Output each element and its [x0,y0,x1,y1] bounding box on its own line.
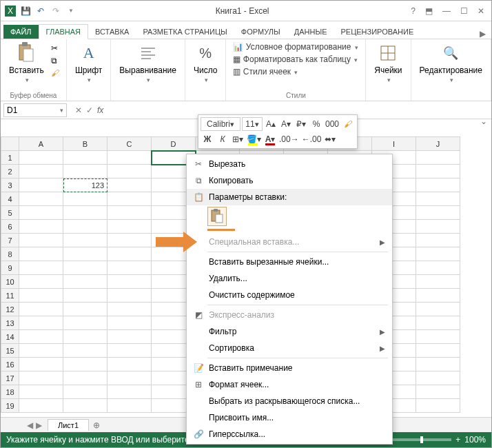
cell-A3[interactable] [19,179,63,192]
font-color-icon[interactable]: A▾ [263,132,277,146]
ctx-cut[interactable]: ✂ Вырезать [187,156,392,172]
name-box[interactable]: D1 ▾ [3,103,67,117]
cell-C10[interactable] [107,275,152,289]
merge-icon[interactable]: ⬌▾ [323,132,337,146]
tab-layout[interactable]: РАЗМЕТКА СТРАНИЦЫ [136,25,234,39]
cell-J6[interactable] [416,220,460,234]
cell-C8[interactable] [107,247,152,261]
number-button[interactable]: % Число ▾ [189,41,222,85]
decrease-font-icon[interactable]: A▾ [279,117,293,131]
bold-icon[interactable]: Ж [201,132,214,146]
cell-B6[interactable] [63,220,107,234]
cell-A12[interactable] [19,303,63,316]
cell-A18[interactable] [19,385,63,399]
paste-default-button[interactable] [207,207,227,226]
chevron-down-icon[interactable]: ▾ [59,107,63,114]
row-header-1[interactable]: 1 [1,151,19,165]
format-painter-icon[interactable]: 🖌 [341,117,355,131]
align-button[interactable]: Выравнивание ▾ [115,41,181,85]
paste-button[interactable]: Вставить ▾ [5,41,48,85]
format-painter-icon[interactable]: 🖌 [51,68,59,78]
cell-A2[interactable] [19,165,63,179]
cell-A11[interactable] [19,289,63,303]
cell-J16[interactable] [416,358,460,371]
minimize-icon[interactable]: — [442,6,451,16]
row-header-14[interactable]: 14 [1,330,19,344]
ctx-dropdown[interactable]: Выбрать из раскрывающегося списка... [187,393,392,409]
zoom-control[interactable]: − + 100% [380,435,486,445]
cell-C12[interactable] [107,303,152,316]
comma-icon[interactable]: 000 [325,117,340,131]
ctx-hyperlink[interactable]: 🔗 Гиперссылка... [187,426,392,442]
accounting-icon[interactable]: ₽▾ [294,117,308,131]
row-header-8[interactable]: 8 [1,247,19,261]
cell-B18[interactable] [63,385,107,399]
col-header-J[interactable]: J [416,137,460,151]
cell-J4[interactable] [416,192,460,206]
redo-icon[interactable]: ↷ [50,6,61,17]
sheet-prev-icon[interactable]: ◀ [27,420,33,430]
cell-A7[interactable] [19,234,63,247]
decrease-decimal-icon[interactable]: ←.00 [301,132,322,146]
increase-decimal-icon[interactable]: .00→ [278,132,300,146]
row-header-16[interactable]: 16 [1,358,19,371]
select-all[interactable] [1,137,19,151]
row-header-15[interactable]: 15 [1,344,19,358]
cell-styles-button[interactable]: ▥ Стили ячеек ▾ [233,67,358,77]
cell-J17[interactable] [416,371,460,385]
cell-B19[interactable] [63,399,107,413]
ctx-delete[interactable]: Удалить... [187,270,392,287]
ctx-filter[interactable]: Фильтр ▶ [187,323,392,340]
row-header-7[interactable]: 7 [1,234,19,247]
cell-B17[interactable] [63,371,107,385]
cell-B8[interactable] [63,247,107,261]
fill-color-icon[interactable]: 🪣▾ [246,132,262,146]
cell-C16[interactable] [107,358,152,371]
cell-A10[interactable] [19,275,63,289]
cell-J10[interactable] [416,275,460,289]
row-header-2[interactable]: 2 [1,165,19,179]
tabs-scroll-right-icon[interactable]: ▶ [474,29,491,39]
percent-icon[interactable]: % [309,117,323,131]
row-header-10[interactable]: 10 [1,275,19,289]
cell-J14[interactable] [416,330,460,344]
tab-home[interactable]: ГЛАВНАЯ [39,24,88,39]
cell-J3[interactable] [416,179,460,192]
italic-icon[interactable]: К [216,132,229,146]
add-sheet-icon[interactable]: ⊕ [89,419,104,431]
cell-A19[interactable] [19,399,63,413]
cancel-icon[interactable]: ✕ [75,105,82,115]
cell-A4[interactable] [19,192,63,206]
row-header-6[interactable]: 6 [1,220,19,234]
cell-B3[interactable]: 123 [63,179,107,192]
cell-B14[interactable] [63,330,107,344]
col-header-B[interactable]: B [63,137,107,151]
mini-size-select[interactable]: 11 ▾ [242,117,263,131]
cell-J9[interactable] [416,261,460,275]
cond-format-button[interactable]: 📊 Условное форматирование ▾ [233,42,358,52]
ctx-name[interactable]: Присвоить имя... [187,409,392,426]
row-header-11[interactable]: 11 [1,289,19,303]
cell-A9[interactable] [19,261,63,275]
ctx-copy[interactable]: ⧉ Копировать [187,172,392,189]
close-icon[interactable]: ✕ [478,6,484,16]
font-button[interactable]: A Шрифт ▾ [71,41,106,85]
cell-B16[interactable] [63,358,107,371]
help-icon[interactable]: ? [411,6,416,16]
col-header-I[interactable]: I [372,137,416,151]
cell-B5[interactable] [63,206,107,220]
cell-B15[interactable] [63,344,107,358]
cell-J1[interactable] [416,151,460,165]
zoom-in-icon[interactable]: + [455,435,460,445]
maximize-icon[interactable]: ☐ [460,6,468,16]
mini-font-select[interactable]: Calibri ▾ [201,117,240,131]
cell-C4[interactable] [107,192,152,206]
cell-A6[interactable] [19,220,63,234]
cell-J18[interactable] [416,385,460,399]
tab-formulas[interactable]: ФОРМУЛЫ [234,25,287,39]
cell-J2[interactable] [416,165,460,179]
ribbon-options-icon[interactable]: ⬒ [425,6,433,16]
border-icon[interactable]: ⊞▾ [231,132,245,146]
cell-B11[interactable] [63,289,107,303]
copy-icon[interactable]: ⧉ [51,56,59,65]
